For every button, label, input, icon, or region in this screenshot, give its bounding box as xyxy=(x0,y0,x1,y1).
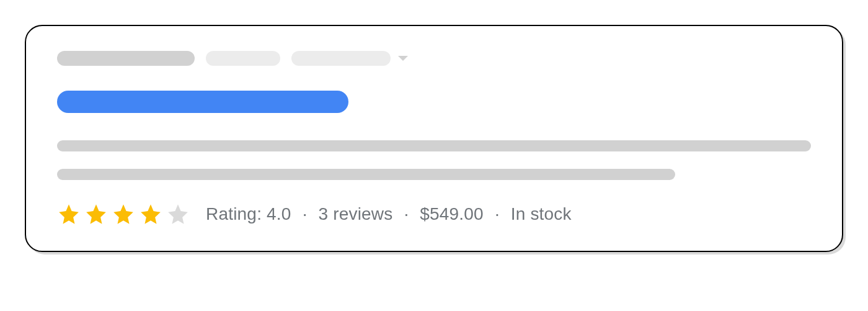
breadcrumb-row xyxy=(57,51,811,66)
breadcrumb-placeholder xyxy=(291,51,391,66)
breadcrumb-placeholder xyxy=(57,51,195,66)
star-rating xyxy=(57,202,190,226)
search-result-card: Rating: 4.0 · 3 reviews · $549.00 · In s… xyxy=(25,25,843,252)
description-line-placeholder xyxy=(57,140,811,151)
description-line-placeholder xyxy=(57,169,675,180)
star-icon xyxy=(139,202,162,226)
price-label: $549.00 xyxy=(420,204,484,224)
star-icon xyxy=(57,202,81,226)
star-icon xyxy=(84,202,108,226)
star-icon xyxy=(166,202,190,226)
stock-status: In stock xyxy=(511,204,572,224)
separator-dot: · xyxy=(404,204,409,224)
reviews-count[interactable]: 3 reviews xyxy=(318,204,392,224)
separator-dot: · xyxy=(303,204,308,224)
breadcrumb-placeholder xyxy=(206,51,280,66)
rating-row: Rating: 4.0 · 3 reviews · $549.00 · In s… xyxy=(57,202,811,226)
star-icon xyxy=(112,202,135,226)
separator-dot: · xyxy=(495,204,500,224)
rating-label: Rating: 4.0 xyxy=(206,204,291,224)
chevron-down-icon xyxy=(398,56,408,61)
result-title-placeholder[interactable] xyxy=(57,91,348,113)
